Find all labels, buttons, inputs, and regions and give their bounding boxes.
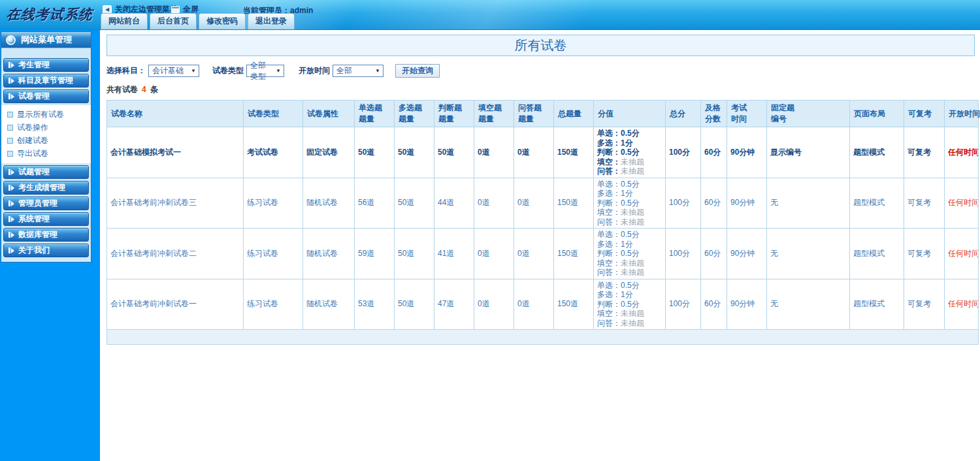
caret-down-icon: ▼ (191, 68, 196, 74)
cell: 90分钟 (727, 279, 767, 330)
play-icon (8, 247, 14, 253)
cell: 题型模式 (850, 229, 904, 279)
cell: 会计基础考前冲刺试卷二 (107, 229, 244, 279)
score-line: 单选：0.5分 (597, 281, 662, 291)
column-header: 总分 (666, 101, 701, 127)
cell: 练习试卷 (244, 178, 303, 229)
score-line: 多选：1分 (597, 189, 662, 199)
cell: 显示编号 (767, 127, 850, 178)
sidebar-group-question-management[interactable]: 试题管理 (3, 165, 89, 179)
score-label: 判断： (597, 148, 621, 157)
sidebar-item-export-paper[interactable]: 导出试卷 (1, 147, 91, 160)
sidebar-group-label: 系统管理 (18, 214, 50, 225)
tab-admin-home[interactable]: 后台首页 (150, 13, 197, 29)
score-label: 单选： (597, 129, 621, 138)
paper-type-select[interactable]: 全部类型 ▼ (246, 65, 284, 77)
sidebar-group-score-management[interactable]: 考生成绩管理 (3, 181, 89, 195)
sidebar-spacer (1, 48, 91, 56)
sidebar-group-system-management[interactable]: 系统管理 (3, 212, 89, 226)
filter-bar: 选择科目： 会计基础 ▼ 试卷类型 全部类型 ▼ 开放时间 全部 ▼ 开始查询 (106, 64, 980, 78)
score-line: 多选：1分 (597, 240, 662, 249)
cell: 可复考 (904, 229, 945, 279)
cell: 56道 (355, 178, 395, 229)
score-label: 单选： (597, 230, 621, 239)
result-summary: 共有试卷4条 (106, 84, 980, 95)
score-value: 1分 (621, 240, 633, 249)
sidebar-group-admin-management[interactable]: 管理员管理 (3, 197, 89, 210)
cell: 0道 (474, 178, 514, 229)
sidebar-item-create-paper[interactable]: 创建试卷 (1, 134, 91, 147)
paper-type-select-value: 全部类型 (250, 60, 272, 82)
tab-logout[interactable]: 退出登录 (248, 13, 295, 29)
cell: 可复考 (904, 178, 945, 229)
cell: 60分 (701, 178, 727, 229)
cell: 0道 (474, 127, 514, 178)
score-value: 未抽题 (621, 309, 644, 318)
cell: 题型模式 (850, 127, 904, 178)
sidebar-item-show-all-papers[interactable]: 显示所有试卷 (1, 108, 91, 121)
score-label: 问答： (597, 217, 621, 227)
tab-change-password[interactable]: 修改密码 (199, 13, 246, 29)
table-row: 会计基础模拟考试一考试试卷固定试卷50道50道50道0道0道150道单选：0.5… (107, 127, 979, 178)
open-time-cell: 任何时间 (945, 178, 979, 229)
subject-filter-label: 选择科目： (106, 65, 146, 76)
subject-select-value: 会计基础 (152, 65, 184, 76)
table-footer-cell (107, 330, 979, 345)
sidebar-group-subject-chapter-management[interactable]: 科目及章节管理 (3, 74, 89, 87)
sidebar-group-examinee-management[interactable]: 考生管理 (3, 58, 89, 72)
column-header: 问答题 题量 (514, 101, 554, 127)
score-line: 判断：0.5分 (597, 300, 662, 310)
column-header: 试卷属性 (303, 101, 355, 127)
open-time-select-value: 全部 (336, 65, 352, 76)
app-logo: 在线考试系统 (6, 5, 99, 24)
score-value: 0.5分 (621, 300, 640, 309)
page-title: 所有试卷 (106, 35, 975, 56)
play-icon (8, 200, 14, 206)
sidebar-submenu: 显示所有试卷试卷操作创建试卷导出试卷 (1, 105, 91, 163)
cell: 150道 (554, 279, 594, 330)
papers-table: 试卷名称试卷类型试卷属性单选题 题量多选题 题量判断题 题量填空题 题量问答题 … (106, 100, 979, 345)
sidebar-item-label: 导出试卷 (17, 148, 48, 159)
sidebar-group-about-us[interactable]: 关于我们 (3, 244, 89, 257)
subject-select[interactable]: 会计基础 ▼ (148, 65, 199, 77)
cell: 41道 (434, 229, 474, 279)
score-line: 单选：0.5分 (597, 129, 662, 138)
cell: 考试试卷 (244, 127, 303, 178)
cell: 会计基础考前冲刺试卷三 (107, 178, 244, 229)
score-line: 判断：0.5分 (597, 199, 662, 208)
cell: 100分 (666, 229, 701, 279)
sidebar-group-database-management[interactable]: 数据库管理 (3, 228, 89, 242)
cell: 59道 (355, 229, 395, 279)
column-header: 试卷名称 (107, 101, 244, 127)
score-label: 多选： (597, 138, 621, 148)
sidebar: 网站菜单管理 考生管理科目及章节管理试卷管理显示所有试卷试卷操作创建试卷导出试卷… (0, 30, 100, 461)
cell: 50道 (395, 229, 434, 279)
score-value: 0.5分 (621, 249, 640, 258)
cell: 无 (767, 178, 850, 229)
fullscreen-icon (171, 6, 180, 13)
open-time-select[interactable]: 全部 ▼ (333, 65, 384, 77)
sidebar-group-paper-management[interactable]: 试卷管理 (3, 89, 89, 103)
search-button[interactable]: 开始查询 (395, 64, 440, 78)
score-value: 未抽题 (621, 259, 644, 268)
table-row: 会计基础考前冲刺试卷三练习试卷随机试卷56道50道44道0道0道150道单选：0… (107, 178, 979, 229)
column-header: 分值 (594, 101, 666, 127)
papers-table-header-row: 试卷名称试卷类型试卷属性单选题 题量多选题 题量判断题 题量填空题 题量问答题 … (107, 101, 979, 127)
globe-icon (6, 35, 16, 45)
score-value: 未抽题 (621, 157, 644, 167)
score-line: 多选：1分 (597, 138, 662, 148)
sidebar-group-label: 数据库管理 (18, 229, 57, 240)
bullet-square-icon (7, 112, 13, 118)
score-label: 判断： (597, 300, 621, 309)
tab-site-front[interactable]: 网站前台 (101, 13, 148, 29)
score-label: 多选： (597, 290, 621, 299)
cell: 会计基础模拟考试一 (107, 127, 244, 178)
sidebar-group-label: 管理员管理 (18, 198, 57, 209)
score-line: 判断：0.5分 (597, 148, 662, 157)
score-label: 问答： (597, 167, 621, 176)
sidebar-item-paper-operations[interactable]: 试卷操作 (1, 121, 91, 134)
column-header: 试卷类型 (244, 101, 303, 127)
bullet-square-icon (7, 151, 13, 157)
cell: 47道 (434, 279, 474, 330)
score-label: 填空： (597, 259, 621, 268)
